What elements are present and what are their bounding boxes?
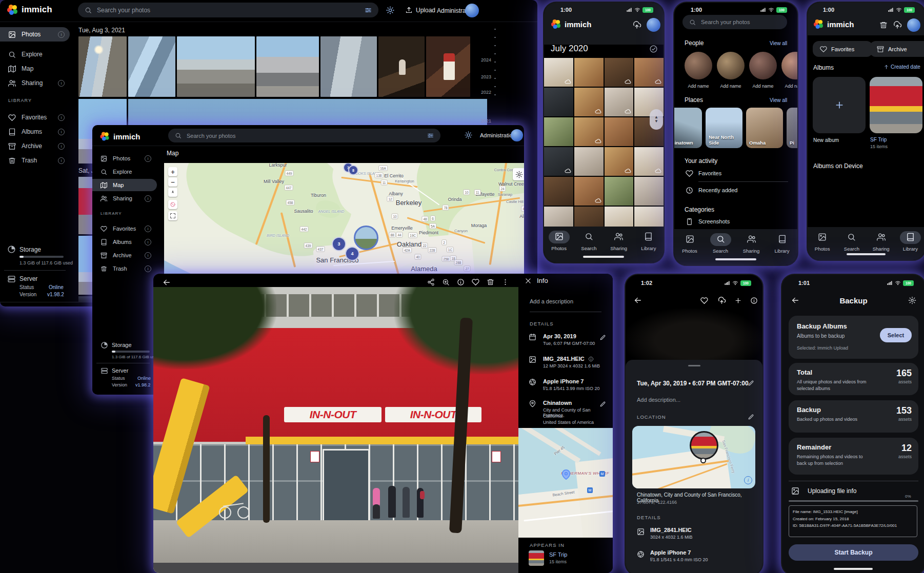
photo-thumbnail[interactable] <box>574 88 604 116</box>
close-icon[interactable] <box>525 277 532 284</box>
photo-thumbnail[interactable] <box>256 36 319 97</box>
tab-library[interactable]: Library <box>900 231 921 261</box>
tab-photos[interactable]: Photos <box>549 231 570 263</box>
more-options-icon[interactable] <box>501 278 509 286</box>
add-name-label[interactable]: Add name <box>752 84 773 89</box>
info-circle-icon[interactable]: i <box>145 265 151 272</box>
upload-button[interactable]: Upload <box>405 6 435 14</box>
upload-cloud-icon[interactable] <box>717 296 726 305</box>
photo-map-marker[interactable] <box>690 431 718 460</box>
description-input[interactable]: Add a description <box>530 298 573 304</box>
info-circle-icon[interactable]: i <box>58 80 65 87</box>
photo-thumbnail[interactable] <box>320 36 377 97</box>
home-indicator[interactable] <box>583 256 624 258</box>
tab-photos[interactable]: Photos <box>679 233 700 266</box>
add-name-label[interactable]: Add name <box>720 84 741 89</box>
album-name[interactable]: SF Trip <box>549 551 567 558</box>
info-icon[interactable] <box>457 278 465 286</box>
search-input[interactable]: Search your photos <box>78 3 378 17</box>
theme-toggle-icon[interactable] <box>465 131 472 139</box>
person-face[interactable]: Add name <box>781 52 797 89</box>
place-card[interactable]: Near North Side <box>706 108 742 148</box>
theme-toggle-icon[interactable] <box>386 6 394 14</box>
person-face[interactable]: Add name <box>717 52 745 89</box>
recently-added-row[interactable]: Recently added <box>698 187 737 193</box>
search-filter-icon[interactable] <box>365 7 372 14</box>
info-circle-icon[interactable]: i <box>145 239 151 245</box>
photo-thumbnail[interactable] <box>605 88 634 116</box>
immich-logo[interactable]: immich <box>7 5 52 15</box>
back-icon[interactable] <box>634 296 642 304</box>
tab-sharing[interactable]: Sharing <box>871 231 892 261</box>
map-photo-marker[interactable] <box>354 226 378 250</box>
photo-thumbnail[interactable] <box>605 58 634 87</box>
backup-cloud-icon[interactable] <box>893 21 902 30</box>
photo-thumbnail[interactable] <box>634 147 664 176</box>
tab-search[interactable]: Search <box>578 231 599 263</box>
places-view-all-link[interactable]: View all <box>770 97 787 103</box>
photo-thumbnail[interactable] <box>605 177 634 206</box>
photo-dark-area[interactable] <box>626 309 762 362</box>
tab-search[interactable]: Search <box>841 231 862 261</box>
settings-gear-icon[interactable] <box>908 296 916 304</box>
photo-thumbnail[interactable] <box>544 88 573 116</box>
new-album-card[interactable] <box>813 77 866 133</box>
favorites-button[interactable]: Favorites <box>813 41 873 57</box>
archive-button[interactable]: Archive <box>870 41 924 57</box>
select-button[interactable]: Select <box>880 328 912 342</box>
select-all-icon[interactable] <box>649 45 658 53</box>
photo-thumbnail[interactable] <box>78 236 92 295</box>
person-face[interactable]: Add name <box>749 52 777 89</box>
info-circle-icon[interactable]: i <box>145 226 151 232</box>
edit-location-icon[interactable] <box>748 414 754 420</box>
photo-thumbnail[interactable] <box>574 147 604 176</box>
sidebar-item-explore[interactable]: Explore <box>0 47 70 62</box>
photo-thumbnail[interactable] <box>544 117 573 146</box>
photo-thumbnail[interactable] <box>574 117 604 146</box>
location-map[interactable]: San Francisco Ferry i <box>632 426 755 488</box>
user-avatar[interactable] <box>907 18 920 32</box>
favorite-icon[interactable] <box>472 278 479 286</box>
screenshots-row[interactable]: Screenshots <box>698 218 730 224</box>
person-face[interactable]: Add name <box>685 52 712 89</box>
photo-thumbnail[interactable] <box>605 147 634 176</box>
photo-thumbnail[interactable] <box>128 36 175 97</box>
photo-thumbnail[interactable] <box>574 177 604 206</box>
tab-photos[interactable]: Photos <box>812 231 833 261</box>
photo-thumbnail[interactable] <box>634 177 664 206</box>
place-card[interactable]: Pi <box>787 108 798 148</box>
file-info-icon[interactable] <box>588 356 594 362</box>
home-indicator[interactable] <box>834 568 873 570</box>
album-name[interactable]: SF Trip <box>870 137 887 142</box>
home-indicator[interactable] <box>847 253 886 255</box>
info-circle-icon[interactable]: i <box>58 129 65 135</box>
zoom-icon[interactable] <box>442 278 450 286</box>
photo-thumbnail[interactable] <box>426 36 470 97</box>
photo-thumbnail[interactable] <box>605 117 634 146</box>
photo-thumbnail[interactable] <box>78 296 92 302</box>
user-avatar[interactable] <box>465 4 479 17</box>
place-card[interactable]: Omaha <box>746 108 783 148</box>
back-icon[interactable] <box>163 278 171 286</box>
search-filter-icon[interactable] <box>427 132 434 139</box>
album-card-sf-trip[interactable] <box>870 77 922 133</box>
map-fullscreen-button[interactable] <box>168 211 177 220</box>
photo-thumbnail[interactable] <box>544 177 573 206</box>
add-name-label[interactable]: Add name <box>688 84 709 89</box>
tab-sharing[interactable]: Sharing <box>608 231 629 263</box>
info-circle-icon[interactable]: i <box>58 114 65 121</box>
add-icon[interactable] <box>734 297 742 304</box>
map-zoom-out-button[interactable]: − <box>168 177 177 187</box>
map-cluster-marker[interactable]: 4 <box>345 247 359 261</box>
place-card[interactable]: Chinatown <box>673 108 702 148</box>
info-circle-icon[interactable]: i <box>58 31 65 38</box>
photo-thumbnail[interactable] <box>378 36 425 97</box>
map-canvas[interactable]: LarkspurMill ValleyTiburonSausalitoSan F… <box>164 163 524 286</box>
info-circle-icon[interactable]: i <box>145 195 151 202</box>
info-circle-icon[interactable]: i <box>145 155 151 162</box>
user-avatar[interactable] <box>511 129 523 141</box>
start-backup-button[interactable]: Start Backup <box>789 544 918 561</box>
photo-thumbnail[interactable] <box>634 58 664 87</box>
share-icon[interactable] <box>427 278 435 286</box>
photo-thumbnail[interactable] <box>78 177 92 234</box>
